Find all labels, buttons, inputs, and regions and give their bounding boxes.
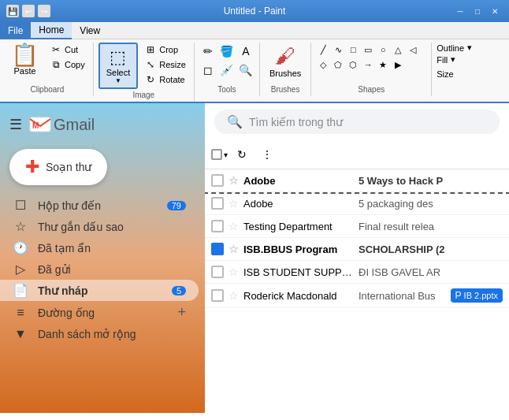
maximize-button[interactable]: □ <box>470 5 485 17</box>
mail-toolbar: ▾ ↻ ⋮ <box>205 140 509 169</box>
round-rect-shape[interactable]: ▭ <box>361 43 375 57</box>
email-checkbox[interactable] <box>211 266 224 278</box>
cut-button[interactable]: ✂ Cut <box>46 43 88 57</box>
line-shape[interactable]: ╱ <box>316 43 330 57</box>
email-sender: ISB.BBUS Program <box>243 243 354 255</box>
fill-tool[interactable]: 🪣 <box>218 43 236 60</box>
rect-shape[interactable]: □ <box>346 43 360 57</box>
more-shapes[interactable]: ▶ <box>391 58 405 72</box>
email-sender: Adobe <box>243 175 354 187</box>
nav-item-snoozed[interactable]: 🕐 Đã tạm ẩn <box>0 237 199 258</box>
star-icon[interactable]: ☆ <box>228 266 239 278</box>
email-row[interactable]: ☆ ISB.BBUS Program SCHOLARSHIP (2 <box>205 238 509 261</box>
email-sender: Roderick Macdonald <box>243 290 354 302</box>
email-row[interactable]: ☆ Testing Department Final result relea <box>205 215 509 238</box>
email-row[interactable]: ☆ Roderick Macdonald International Bus P… <box>205 284 509 308</box>
email-subject: 5 packaging des <box>359 198 503 210</box>
select-button[interactable]: ⬚ Select ▼ <box>98 43 139 89</box>
email-checkbox[interactable] <box>211 243 224 255</box>
star-icon[interactable]: ☆ <box>228 243 239 255</box>
outline-option[interactable]: Outline ▾ <box>437 43 472 53</box>
triangle-shape[interactable]: △ <box>391 43 405 57</box>
title-bar: 💾 ↩ ↪ Untitled - Paint ─ □ ✕ <box>0 0 509 22</box>
email-checkbox[interactable] <box>211 197 224 210</box>
email-checkbox[interactable] <box>211 289 224 302</box>
redo-icon[interactable]: ↪ <box>38 5 50 17</box>
title-bar-quick-access[interactable]: 💾 ↩ ↪ <box>6 5 50 17</box>
dropdown-arrow[interactable]: ▾ <box>224 151 228 159</box>
file-menu[interactable]: File <box>0 22 31 39</box>
snoozed-icon: 🕐 <box>13 240 28 255</box>
refresh-button[interactable]: ↻ <box>231 143 253 165</box>
email-row[interactable]: ☆ Adobe 5 packaging des <box>205 192 509 215</box>
resize-button[interactable]: ⤡ Resize <box>141 58 189 72</box>
select-all-check[interactable] <box>211 149 222 160</box>
more-label: Đường ống <box>38 307 168 319</box>
svg-text:M: M <box>32 121 39 130</box>
attachment-badge[interactable]: P IB 2.pptx <box>451 288 503 303</box>
brushes-button[interactable]: 🖌 Brushes <box>265 43 306 80</box>
email-checkbox[interactable] <box>211 174 224 187</box>
star-icon[interactable]: ☆ <box>228 289 239 302</box>
right-tri-shape[interactable]: ◁ <box>406 43 420 57</box>
brushes-group: 🖌 Brushes Brushes <box>262 43 311 96</box>
search-bar[interactable]: 🔍 Tìm kiếm trong thư <box>214 110 500 134</box>
arrow-shape[interactable]: → <box>361 58 375 72</box>
fill-label: Fill <box>437 55 448 65</box>
add-label-icon[interactable]: + <box>177 304 186 321</box>
undo-icon[interactable]: ↩ <box>22 5 35 17</box>
paste-button[interactable]: 📋 Paste <box>6 43 43 77</box>
fill-dropdown[interactable]: ▾ <box>451 54 455 65</box>
nav-item-inbox[interactable]: ☐ Hộp thư đến 79 <box>0 195 199 216</box>
star-icon[interactable]: ☆ <box>228 174 239 187</box>
magnify-tool[interactable]: 🔍 <box>237 61 254 79</box>
pencil-tool[interactable]: ✏ <box>199 43 217 60</box>
pentagon-shape[interactable]: ⬠ <box>331 58 345 72</box>
email-checkbox[interactable] <box>211 220 224 232</box>
window-controls[interactable]: ─ □ ✕ <box>452 5 503 17</box>
select-dropdown-arrow[interactable]: ▼ <box>115 77 121 84</box>
compose-plus-icon: ✚ <box>25 157 39 177</box>
search-placeholder: Tìm kiếm trong thư <box>249 116 487 128</box>
eraser-tool[interactable]: ◻ <box>199 61 217 79</box>
clipboard-group: 📋 Paste ✂ Cut ⧉ Copy Clipboard <box>3 43 94 96</box>
save-icon[interactable]: 💾 <box>6 5 19 17</box>
tools-label: Tools <box>199 85 254 95</box>
text-tool[interactable]: A <box>237 43 254 60</box>
eyedropper-tool[interactable]: 💉 <box>218 61 236 79</box>
copy-button[interactable]: ⧉ Copy <box>46 58 88 72</box>
email-row[interactable]: ☆ Adobe 5 Ways to Hack P <box>205 169 509 192</box>
nav-item-sent[interactable]: ▷ Đã gửi <box>0 258 199 280</box>
rotate-button[interactable]: ↻ Rotate <box>141 72 189 87</box>
ellipse-shape[interactable]: ○ <box>376 43 390 57</box>
nav-item-more[interactable]: ≡ Đường ống + <box>0 301 199 324</box>
copy-icon: ⧉ <box>50 58 62 71</box>
home-menu[interactable]: Home <box>31 22 72 39</box>
compose-button[interactable]: ✚ Soạn thư <box>9 149 107 185</box>
brushes-group-label: Brushes <box>265 85 306 95</box>
email-sender: ISB STUDENT SUPPORT <box>243 266 354 278</box>
nav-item-starred[interactable]: ☆ Thư gắn dấu sao <box>0 216 199 237</box>
nav-item-drafts[interactable]: 📄 Thư nháp 5 <box>0 280 199 301</box>
outline-dropdown[interactable]: ▾ <box>467 43 472 53</box>
fill-option[interactable]: Fill ▾ <box>437 54 472 65</box>
shapes-grid: ╱ ∿ □ ▭ ○ △ ◁ ◇ ⬠ ⬡ → ★ ▶ <box>316 43 426 72</box>
close-button[interactable]: ✕ <box>487 5 503 17</box>
select-all-checkbox[interactable]: ▾ <box>211 149 228 160</box>
crop-button[interactable]: ⊞ Crop <box>141 43 189 57</box>
star-shape[interactable]: ★ <box>376 58 390 72</box>
email-row[interactable]: ☆ ISB STUDENT SUPPORT ĐI ISB GAVEL AR <box>205 261 509 284</box>
hamburger-menu[interactable]: ☰ <box>9 116 22 133</box>
star-icon[interactable]: ☆ <box>228 197 239 210</box>
curve-shape[interactable]: ∿ <box>331 43 345 57</box>
minimize-button[interactable]: ─ <box>452 5 468 17</box>
view-menu[interactable]: View <box>72 22 108 39</box>
more-options-button[interactable]: ⋮ <box>256 143 278 165</box>
select-label: Select <box>106 68 131 77</box>
nav-item-expand[interactable]: ▼ Danh sách mở rộng <box>0 324 199 344</box>
brushes-icon: 🖌 <box>275 44 295 69</box>
diamond-shape[interactable]: ◇ <box>316 58 330 72</box>
expand-icon: ▼ <box>13 327 28 341</box>
star-icon[interactable]: ☆ <box>228 220 239 232</box>
hexagon-shape[interactable]: ⬡ <box>346 58 360 72</box>
